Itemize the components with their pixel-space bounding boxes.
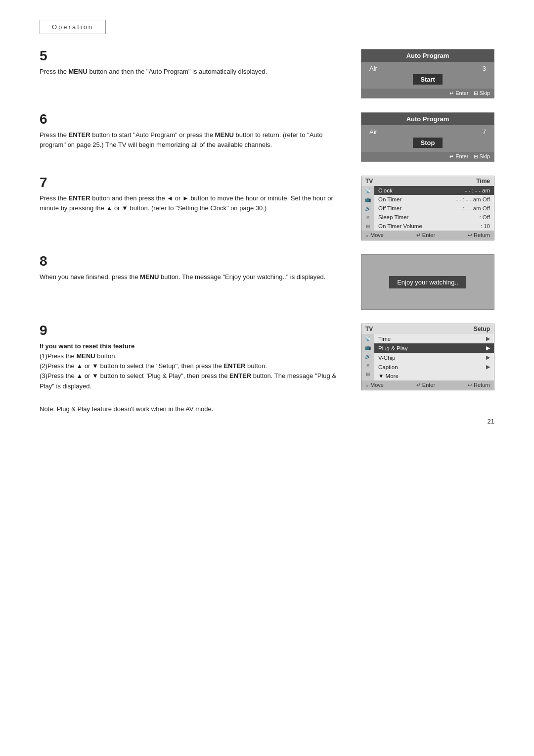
- tv-footer-return-9: ↩ Return: [468, 382, 490, 388]
- setup-vchip-label: V-Chip: [378, 355, 396, 361]
- tv-content-7: Clock - - : - - am On Timer - - : - - am…: [374, 186, 494, 231]
- tv-header-left-9: TV: [365, 326, 373, 332]
- step-5-left: 5 Press the MENU button and then the "Au…: [40, 49, 346, 77]
- step-7-number: 7: [40, 176, 346, 189]
- ap-footer-skip-5: Skip: [480, 90, 490, 96]
- tv-icon-9: 📺: [365, 345, 371, 351]
- tv-footer-7: ⬦ Move ↵ Enter ↩ Return: [361, 231, 494, 240]
- ap-body-5: Air 3 Start: [361, 62, 494, 89]
- tv-row-sleep-timer: Sleep Timer : Off: [374, 213, 494, 222]
- clock-label: Clock: [378, 188, 465, 193]
- tv-header-left-7: TV: [365, 178, 373, 185]
- tv-footer-enter-7: ↵ Enter: [416, 232, 435, 238]
- ap-body-6: Air 7 Stop: [361, 125, 494, 152]
- auto-program-screen-6: Auto Program Air 7 Stop ↵ Enter ⊞ Skip: [361, 113, 494, 161]
- grid-icon: ⊞: [366, 224, 370, 230]
- tv-header-7: TV Time: [361, 176, 494, 186]
- speaker-icon: 🔊: [365, 206, 371, 212]
- tv-header-right-7: Time: [476, 178, 490, 185]
- step-8-text: When you have finished, press the MENU b…: [40, 272, 346, 282]
- on-timer-value: - - : - - am Off: [456, 196, 490, 202]
- step-7-text: Press the ENTER button and then press th…: [40, 193, 346, 213]
- step-6-block: 6 Press the ENTER button to start "Auto …: [40, 112, 494, 162]
- x-icon: ✕: [366, 215, 370, 221]
- tv-row-on-timer: On Timer - - : - - am Off: [374, 195, 494, 204]
- step-7-block: 7 Press the ENTER button and then press …: [40, 176, 494, 240]
- speaker-icon-9: 🔊: [365, 354, 371, 360]
- ap-air-row-5: Air 3: [369, 65, 486, 72]
- ap-footer-skip-icon-5: ⊞ Skip: [474, 90, 490, 96]
- tv-header-9: TV Setup: [361, 324, 494, 334]
- step-9-left: 9 If you want to reset this feature (1)P…: [40, 324, 346, 391]
- page-number: 21: [40, 418, 494, 425]
- setup-vchip-arrow: ▶: [486, 354, 490, 361]
- step-6-left: 6 Press the ENTER button to start "Auto …: [40, 112, 346, 150]
- step-9-block: 9 If you want to reset this feature (1)P…: [40, 324, 494, 391]
- setup-row-caption: Caption ▶: [374, 362, 494, 372]
- antenna-icon-9: 📡: [365, 336, 371, 342]
- setup-caption-arrow: ▶: [486, 364, 490, 370]
- tv-footer-move-9: ⬦ Move: [365, 382, 384, 388]
- setup-time-label: Time: [378, 336, 391, 342]
- ap-footer-enter-icon-5: ↵ Enter: [449, 90, 468, 96]
- step-5-number: 5: [40, 49, 346, 63]
- step-6-text: Press the ENTER button to start "Auto Pr…: [40, 130, 346, 150]
- tv-row-off-timer: Off Timer - - : - - am Off: [374, 204, 494, 213]
- ap-header-5: Auto Program: [361, 49, 494, 62]
- ap-footer-5: ↵ Enter ⊞ Skip: [361, 89, 494, 98]
- setup-row-plug-play: Plug & Play ▶: [374, 343, 494, 353]
- step-5-text: Press the MENU button and then the "Auto…: [40, 67, 346, 77]
- note-text: Note: Plug & Play feature doesn't work w…: [40, 405, 494, 413]
- step-9-screen: TV Setup 📡 📺 🔊 ✕ ⊞ Time ▶ Plu: [361, 324, 494, 390]
- ap-stop-btn-6: Stop: [413, 138, 443, 148]
- ap-air-row-6: Air 7: [369, 128, 486, 136]
- ap-air-value-6: 7: [483, 128, 486, 136]
- step-7-screen: TV Time 📡 📺 🔊 ✕ ⊞ Clock - - : - - am: [361, 176, 494, 240]
- ap-air-value-5: 3: [483, 65, 486, 72]
- ap-air-label-6: Air: [369, 128, 377, 136]
- ap-footer-enter-6: Enter: [455, 153, 468, 159]
- ap-footer-skip-6: Skip: [480, 153, 490, 159]
- setup-plug-play-arrow: ▶: [486, 345, 490, 351]
- setup-row-more: ▼ More: [374, 372, 494, 380]
- setup-row-time: Time ▶: [374, 334, 494, 343]
- tv-icon: 📺: [365, 197, 371, 203]
- tv-icons-7: 📡 📺 🔊 ✕ ⊞: [361, 186, 374, 231]
- on-timer-volume-value: : 10: [481, 223, 490, 229]
- step-7-left: 7 Press the ENTER button and then press …: [40, 176, 346, 213]
- screen-inner-7: 📡 📺 🔊 ✕ ⊞ Clock - - : - - am On Timer - …: [361, 186, 494, 231]
- enjoy-message-8: Enjoy your watching..: [389, 276, 466, 288]
- ap-air-label-5: Air: [369, 65, 377, 72]
- step-8-screen: Enjoy your watching..: [361, 254, 494, 310]
- x-icon-9: ✕: [366, 363, 370, 369]
- setup-more-label: ▼ More: [378, 373, 399, 379]
- step-8-block: 8 When you have finished, press the MENU…: [40, 254, 494, 310]
- step-5-block: 5 Press the MENU button and then the "Au…: [40, 49, 494, 98]
- setup-row-vchip: V-Chip ▶: [374, 353, 494, 362]
- tv-footer-return-7: ↩ Return: [468, 232, 490, 238]
- tv-icons-9: 📡 📺 🔊 ✕ ⊞: [361, 334, 374, 380]
- step-5-screen: Auto Program Air 3 Start ↵ Enter ⊞ Skip: [361, 49, 494, 98]
- ap-footer-skip-icon-6: ⊞ Skip: [474, 153, 490, 160]
- header-title: Operation: [52, 23, 93, 31]
- grid-icon-9: ⊞: [366, 372, 370, 378]
- enjoy-screen-8: Enjoy your watching..: [361, 255, 494, 309]
- ap-footer-6: ↵ Enter ⊞ Skip: [361, 152, 494, 161]
- step-8-left: 8 When you have finished, press the MENU…: [40, 254, 346, 282]
- step-9-number: 9: [40, 324, 346, 337]
- screen-inner-9: 📡 📺 🔊 ✕ ⊞ Time ▶ Plug & Play ▶: [361, 334, 494, 380]
- setup-screen-9: TV Setup 📡 📺 🔊 ✕ ⊞ Time ▶ Plu: [361, 324, 494, 390]
- antenna-icon: 📡: [365, 188, 371, 194]
- tv-footer-enter-9: ↵ Enter: [416, 382, 435, 388]
- setup-content-9: Time ▶ Plug & Play ▶ V-Chip ▶ Caption ▶: [374, 334, 494, 380]
- tv-footer-9: ⬦ Move ↵ Enter ↩ Return: [361, 380, 494, 390]
- step-6-screen: Auto Program Air 7 Stop ↵ Enter ⊞ Skip: [361, 112, 494, 162]
- step-6-number: 6: [40, 112, 346, 126]
- off-timer-value: - - : - - am Off: [456, 205, 490, 211]
- page-header: Operation: [40, 20, 106, 34]
- time-screen-7: TV Time 📡 📺 🔊 ✕ ⊞ Clock - - : - - am: [361, 176, 494, 240]
- off-timer-label: Off Timer: [378, 205, 456, 211]
- ap-footer-enter-5: Enter: [455, 90, 468, 96]
- ap-footer-enter-icon-6: ↵ Enter: [449, 153, 468, 160]
- step-8-number: 8: [40, 254, 346, 268]
